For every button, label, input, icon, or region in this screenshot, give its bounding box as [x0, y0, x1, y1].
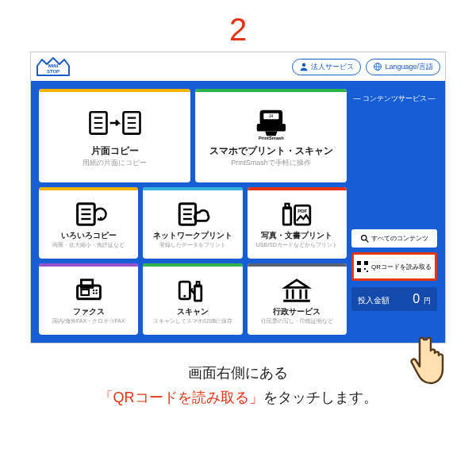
svg-rect-33	[81, 290, 89, 295]
language-button[interactable]: Language/言語	[366, 59, 440, 75]
side-panel: コンテンツサービス すべてのコンテンツ QRコードを読み取る 投入金額 0 円	[351, 89, 437, 335]
tile-sub: スキャンしてスマホ/USBに保存	[153, 318, 232, 324]
tile-fax[interactable]: ファクス 国内/海外FAX・クロネコFAX	[39, 263, 138, 335]
person-icon	[299, 62, 309, 71]
corporate-label: 法人サービス	[311, 62, 354, 72]
svg-point-39	[183, 295, 186, 298]
svg-rect-28	[286, 204, 290, 209]
svg-point-2	[302, 63, 306, 67]
tile-grid: 片面コピー 用紙の片面にコピー 24PrintSmash スマホでプリント・スキ…	[39, 89, 347, 335]
tile-title: ファクス	[73, 307, 105, 317]
tile-sub: 住民票の写し・印鑑証明など	[261, 318, 333, 324]
tile-title: ネットワークプリント	[153, 231, 232, 240]
tile-single-copy[interactable]: 片面コピー 用紙の片面にコピー	[39, 89, 190, 182]
tile-title: いろいろコピー	[61, 231, 117, 240]
document-arrow-icon	[70, 200, 108, 228]
corporate-services-button[interactable]: 法人サービス	[292, 59, 361, 75]
svg-text:STOP: STOP	[47, 69, 60, 74]
qr-read-button[interactable]: QRコードを読み取る	[351, 252, 437, 281]
tile-sub: PrintSmashで手軽に操作	[231, 159, 311, 167]
qr-icon	[357, 261, 368, 272]
tile-title: スマホでプリント・スキャン	[209, 145, 333, 156]
tile-sub: 用紙の片面にコピー	[83, 159, 147, 167]
tile-photo-doc-print[interactable]: PDF 写真・文書プリント USB/SDカードなどからプリント	[248, 187, 347, 259]
svg-rect-17	[256, 124, 285, 132]
all-contents-button[interactable]: すべてのコンテンツ	[351, 229, 437, 248]
tile-title: 写真・文書プリント	[261, 231, 332, 240]
tile-sub: 両面・拡大縮小・免許証など	[52, 242, 125, 248]
svg-point-47	[361, 235, 366, 240]
tile-scan[interactable]: スキャン スキャンしてスマホ/USBに保存	[143, 263, 242, 335]
copy-icon	[82, 107, 148, 140]
caption-emphasis: 「QRコードを読み取る」	[99, 390, 263, 405]
deposit-unit: 円	[424, 297, 431, 305]
deposit-label: 投入金額	[358, 295, 390, 306]
svg-text:PDF: PDF	[298, 209, 308, 213]
language-label: Language/言語	[385, 62, 433, 72]
svg-rect-27	[284, 208, 292, 225]
step-number: 2	[0, 12, 476, 48]
svg-rect-40	[194, 286, 201, 301]
tile-title: 片面コピー	[91, 145, 139, 156]
tile-sub: USB/SDカードなどからプリント	[256, 242, 338, 248]
instruction-caption: 画面右側にある 「QRコードを読み取る」をタッチします。	[0, 361, 476, 409]
gov-building-icon	[278, 276, 316, 305]
caption-line2-rest: をタッチします。	[263, 390, 378, 405]
qr-label: QRコードを読み取る	[371, 263, 432, 271]
tile-sub: 登録したデータをプリント	[159, 242, 226, 248]
tile-title: スキャン	[177, 307, 209, 317]
tile-various-copy[interactable]: いろいろコピー 両面・拡大縮小・免許証など	[39, 187, 138, 259]
fax-icon	[70, 276, 108, 305]
svg-point-37	[95, 293, 97, 294]
svg-line-48	[366, 240, 368, 242]
all-contents-label: すべてのコンテンツ	[371, 234, 428, 243]
document-cloud-icon	[174, 200, 212, 228]
svg-point-36	[92, 293, 94, 294]
ministop-logo: MINI STOP	[36, 56, 71, 77]
side-title: コンテンツサービス	[351, 94, 437, 104]
scan-icon	[174, 276, 212, 305]
printsmash-icon: 24PrintSmash	[252, 107, 290, 140]
svg-text:MINI: MINI	[48, 63, 59, 68]
kiosk-screen: MINI STOP 法人サービス Language/言語	[30, 52, 446, 344]
tile-sub: 国内/海外FAX・クロネコFAX	[52, 318, 125, 324]
svg-text:24: 24	[269, 115, 274, 119]
search-icon	[361, 235, 369, 243]
tile-title: 行政サービス	[273, 307, 321, 317]
kiosk-header: MINI STOP 法人サービス Language/言語	[31, 52, 445, 81]
tile-network-print[interactable]: ネットワークプリント 登録したデータをプリント	[143, 187, 242, 259]
caption-line1: 画面右側にある	[0, 361, 476, 386]
svg-text:PrintSmash: PrintSmash	[259, 136, 284, 140]
deposit-display: 投入金額 0 円	[351, 287, 437, 311]
deposit-amount: 0	[413, 292, 420, 305]
svg-point-35	[95, 290, 97, 291]
svg-point-34	[92, 290, 94, 291]
svg-rect-41	[197, 282, 200, 286]
usb-pdf-icon: PDF	[278, 200, 316, 228]
tile-gov-service[interactable]: 行政サービス 住民票の写し・印鑑証明など	[248, 263, 347, 335]
globe-icon	[373, 62, 382, 71]
tile-printsmash[interactable]: 24PrintSmash スマホでプリント・スキャン PrintSmashで手軽…	[195, 89, 347, 182]
